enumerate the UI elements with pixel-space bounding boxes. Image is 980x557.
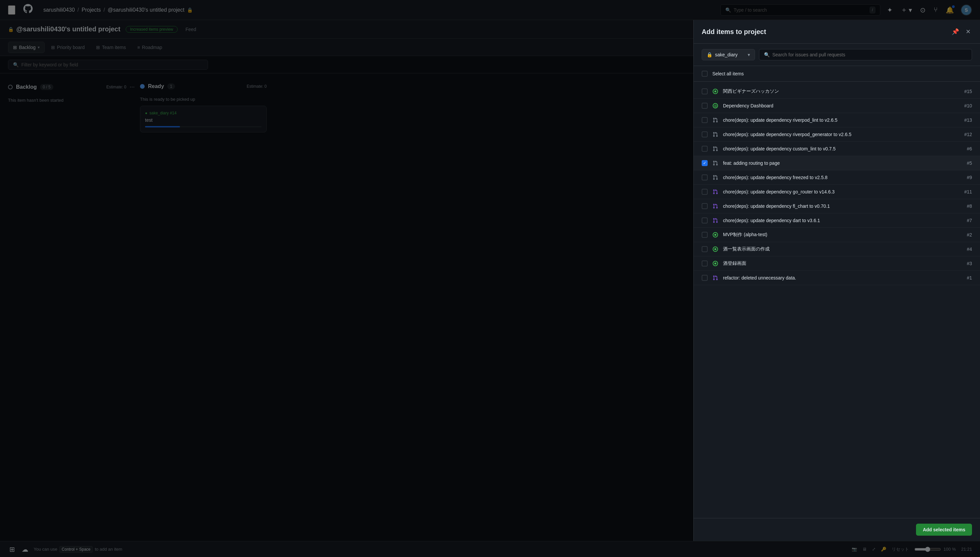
item-checkbox-pr-1[interactable] <box>702 275 707 281</box>
item-status-icon <box>712 88 718 94</box>
item-number: #7 <box>967 218 972 223</box>
item-number: #1 <box>967 275 972 280</box>
item-number: #9 <box>967 175 972 180</box>
item-number: #2 <box>967 232 972 238</box>
item-status-icon <box>712 189 718 195</box>
item-status-icon <box>712 232 718 238</box>
item-text: feat: adding routing to page <box>723 160 962 166</box>
select-all-checkbox[interactable] <box>702 71 707 77</box>
item-checkbox-issue-15[interactable] <box>702 88 707 94</box>
modal-pin-button[interactable]: 📌 <box>950 27 961 37</box>
item-checkbox-pr-9[interactable] <box>702 174 707 181</box>
item-text: chore(deps): update dependency custom_li… <box>723 146 962 151</box>
list-item[interactable]: chore(deps): update dependency custom_li… <box>694 142 980 156</box>
repo-selector[interactable]: 🔒 sake_diary ▾ <box>702 49 755 60</box>
list-item[interactable]: refactor: deleted unnecessary data.#1 <box>694 271 980 285</box>
item-text: 関西ビギナーズハッカソン <box>723 88 960 94</box>
item-status-icon <box>712 174 718 181</box>
item-number: #13 <box>964 117 972 123</box>
item-checkbox-pr-5[interactable] <box>702 160 707 166</box>
list-item[interactable]: chore(deps): update dependency riverpod_… <box>694 127 980 142</box>
list-item[interactable]: chore(deps): update dependency dart to v… <box>694 213 980 228</box>
item-text: 酒一覧表示画面の作成 <box>723 246 962 252</box>
repo-name: sake_diary <box>715 52 738 57</box>
repo-lock-icon: 🔒 <box>707 52 712 57</box>
item-number: #4 <box>967 246 972 252</box>
list-item[interactable]: ⊙Dependency Dashboard#10 <box>694 99 980 113</box>
modal-header: Add items to project 📌 ✕ <box>694 20 980 44</box>
list-item[interactable]: chore(deps): update dependency riverpod_… <box>694 113 980 127</box>
modal-footer: Add selected items <box>694 518 980 541</box>
item-checkbox-issue-3[interactable] <box>702 261 707 267</box>
item-checkbox-pr-6[interactable] <box>702 146 707 152</box>
item-text: chore(deps): update dependency go_router… <box>723 189 960 194</box>
list-item[interactable]: chore(deps): update dependency fl_chart … <box>694 199 980 213</box>
item-checkbox-pr-12[interactable] <box>702 132 707 137</box>
repo-chevron-icon: ▾ <box>748 52 750 57</box>
item-text: chore(deps): update dependency dart to v… <box>723 218 962 223</box>
list-item[interactable]: 酒一覧表示画面の作成#4 <box>694 242 980 256</box>
list-item[interactable]: chore(deps): update dependency go_router… <box>694 185 980 199</box>
list-item[interactable]: feat: adding routing to page#5 <box>694 156 980 171</box>
item-text: chore(deps): update dependency riverpod_… <box>723 117 960 123</box>
list-item[interactable]: 酒登録画面#3 <box>694 256 980 271</box>
item-number: #12 <box>964 132 972 137</box>
modal-search-icon: 🔍 <box>764 52 770 57</box>
item-number: #3 <box>967 261 972 266</box>
item-number: #8 <box>967 204 972 209</box>
item-status-icon <box>712 146 718 152</box>
item-checkbox-pr-13[interactable] <box>702 117 707 123</box>
modal-search-box[interactable]: 🔍 <box>759 49 972 60</box>
modal-toolbar: 🔒 sake_diary ▾ 🔍 <box>694 44 980 66</box>
select-all-row: Select all items <box>694 66 980 82</box>
item-status-icon <box>712 246 718 252</box>
item-checkbox-issue-10[interactable] <box>702 103 707 109</box>
modal-close-button[interactable]: ✕ <box>964 27 972 37</box>
item-status-icon: ⊙ <box>712 103 718 109</box>
item-text: chore(deps): update dependency fl_chart … <box>723 204 962 209</box>
item-number: #6 <box>967 146 972 151</box>
item-text: MVP制作 (alpha-test) <box>723 232 962 238</box>
item-status-icon <box>712 160 718 166</box>
item-number: #11 <box>964 189 972 194</box>
modal-items-list: 関西ビギナーズハッカソン#15⊙Dependency Dashboard#10c… <box>694 82 980 518</box>
item-status-icon <box>712 217 718 223</box>
list-item[interactable]: chore(deps): update dependency freezed t… <box>694 171 980 185</box>
modal-header-actions: 📌 ✕ <box>950 27 972 37</box>
item-number: #10 <box>964 103 972 108</box>
item-status-icon <box>712 203 718 209</box>
item-checkbox-pr-8[interactable] <box>702 203 707 209</box>
item-checkbox-pr-11[interactable] <box>702 189 707 195</box>
item-status-icon <box>712 275 718 281</box>
item-checkbox-issue-2[interactable] <box>702 232 707 238</box>
item-status-icon <box>712 117 718 123</box>
item-text: refactor: deleted unnecessary data. <box>723 275 962 280</box>
item-checkbox-issue-4[interactable] <box>702 246 707 252</box>
list-item[interactable]: MVP制作 (alpha-test)#2 <box>694 228 980 242</box>
item-number: #15 <box>964 89 972 94</box>
list-item[interactable]: 関西ビギナーズハッカソン#15 <box>694 85 980 99</box>
item-text: 酒登録画面 <box>723 261 962 267</box>
item-text: chore(deps): update dependency riverpod_… <box>723 132 960 137</box>
select-all-label: Select all items <box>712 71 744 77</box>
modal-search-input[interactable] <box>772 52 967 57</box>
add-items-modal: Add items to project 📌 ✕ 🔒 sake_diary ▾ … <box>693 20 980 541</box>
item-text: chore(deps): update dependency freezed t… <box>723 175 962 180</box>
item-text: Dependency Dashboard <box>723 103 960 108</box>
item-status-icon <box>712 261 718 267</box>
item-status-icon <box>712 132 718 137</box>
modal-title: Add items to project <box>702 28 766 36</box>
item-number: #5 <box>967 160 972 166</box>
item-checkbox-pr-7[interactable] <box>702 217 707 223</box>
add-selected-button[interactable]: Add selected items <box>916 524 972 536</box>
